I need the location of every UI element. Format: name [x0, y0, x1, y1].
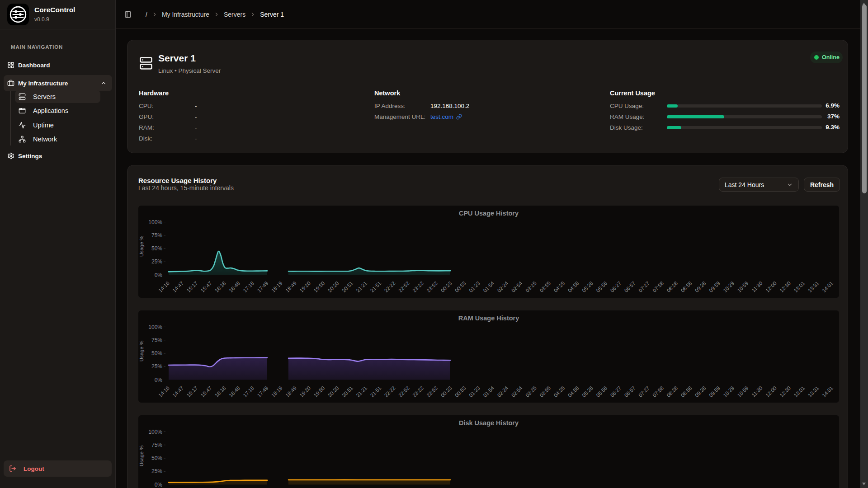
svg-text:04:25: 04:25 [553, 385, 566, 398]
svg-text:03:25: 03:25 [524, 385, 538, 398]
svg-text:13:31: 13:31 [807, 280, 820, 293]
svg-text:01:54: 01:54 [482, 280, 495, 293]
svg-text:15:47: 15:47 [200, 280, 213, 293]
svg-text:09:59: 09:59 [708, 385, 721, 398]
svg-text:03:25: 03:25 [524, 280, 538, 293]
svg-text:23:52: 23:52 [425, 280, 439, 293]
svg-text:21:51: 21:51 [369, 385, 382, 398]
svg-text:Usage %: Usage % [139, 236, 144, 257]
svg-text:12:00: 12:00 [764, 280, 778, 293]
svg-text:17:49: 17:49 [256, 280, 269, 293]
svg-text:21:21: 21:21 [355, 385, 368, 398]
svg-text:17:18: 17:18 [242, 385, 255, 398]
svg-text:Usage %: Usage % [139, 341, 144, 362]
svg-text:16:18: 16:18 [214, 385, 227, 398]
svg-text:03:55: 03:55 [538, 385, 552, 398]
svg-text:50%: 50% [151, 245, 162, 252]
svg-text:12:30: 12:30 [778, 385, 792, 398]
svg-text:00:23: 00:23 [440, 385, 453, 398]
svg-text:06:27: 06:27 [609, 280, 623, 293]
svg-text:22:22: 22:22 [383, 385, 396, 398]
svg-text:25%: 25% [151, 363, 162, 370]
svg-text:14:16: 14:16 [157, 280, 170, 293]
svg-text:0%: 0% [155, 272, 163, 278]
svg-text:100%: 100% [148, 219, 162, 225]
svg-text:20:51: 20:51 [341, 385, 354, 398]
svg-text:22:52: 22:52 [397, 385, 410, 398]
svg-text:22:52: 22:52 [397, 280, 410, 293]
svg-text:10:29: 10:29 [722, 385, 735, 398]
svg-text:100%: 100% [148, 429, 162, 435]
svg-text:04:56: 04:56 [567, 385, 580, 398]
svg-text:13:01: 13:01 [793, 280, 806, 293]
svg-text:23:52: 23:52 [425, 385, 439, 398]
svg-text:23:22: 23:22 [411, 280, 425, 293]
svg-text:18:19: 18:19 [270, 280, 283, 293]
svg-text:11:30: 11:30 [750, 385, 763, 398]
svg-text:14:16: 14:16 [157, 385, 170, 398]
svg-text:11:30: 11:30 [750, 280, 763, 293]
svg-text:25%: 25% [151, 258, 162, 265]
svg-text:06:57: 06:57 [623, 280, 637, 293]
svg-text:17:49: 17:49 [256, 385, 269, 398]
svg-text:100%: 100% [148, 324, 162, 330]
svg-text:00:53: 00:53 [454, 280, 467, 293]
svg-text:Usage %: Usage % [139, 446, 144, 467]
svg-text:18:19: 18:19 [270, 385, 283, 398]
svg-text:10:59: 10:59 [736, 385, 750, 398]
svg-text:04:56: 04:56 [567, 280, 580, 293]
svg-text:07:27: 07:27 [637, 385, 651, 398]
svg-text:04:25: 04:25 [553, 280, 566, 293]
svg-text:RAM Usage History: RAM Usage History [458, 314, 519, 322]
svg-text:13:01: 13:01 [793, 385, 806, 398]
svg-text:14:47: 14:47 [171, 280, 184, 293]
svg-text:18:49: 18:49 [284, 280, 297, 293]
svg-text:07:58: 07:58 [651, 385, 665, 398]
svg-text:09:28: 09:28 [694, 280, 707, 293]
svg-text:16:48: 16:48 [228, 280, 241, 293]
svg-text:50%: 50% [151, 455, 162, 461]
svg-text:12:00: 12:00 [764, 385, 778, 398]
svg-text:09:59: 09:59 [708, 280, 721, 293]
svg-text:14:47: 14:47 [171, 385, 184, 398]
svg-text:05:26: 05:26 [581, 280, 594, 293]
svg-text:08:58: 08:58 [680, 280, 693, 293]
svg-text:19:50: 19:50 [313, 385, 326, 398]
svg-text:08:28: 08:28 [665, 385, 679, 398]
svg-text:18:49: 18:49 [284, 385, 297, 398]
svg-text:17:18: 17:18 [242, 280, 255, 293]
svg-text:CPU Usage History: CPU Usage History [459, 210, 519, 217]
svg-text:05:56: 05:56 [595, 280, 608, 293]
svg-text:03:55: 03:55 [538, 280, 552, 293]
svg-text:00:23: 00:23 [440, 280, 453, 293]
svg-text:25%: 25% [151, 468, 162, 474]
svg-text:15:17: 15:17 [186, 385, 199, 398]
svg-text:02:24: 02:24 [496, 280, 509, 293]
svg-text:14:01: 14:01 [821, 280, 834, 293]
svg-text:19:20: 19:20 [298, 385, 311, 398]
svg-text:09:28: 09:28 [694, 385, 707, 398]
svg-text:12:30: 12:30 [778, 280, 792, 293]
svg-text:02:54: 02:54 [510, 385, 524, 398]
svg-text:50%: 50% [151, 350, 162, 357]
svg-text:Disk Usage History: Disk Usage History [459, 419, 519, 427]
svg-text:01:23: 01:23 [468, 385, 481, 398]
svg-text:19:50: 19:50 [313, 280, 326, 293]
svg-text:07:27: 07:27 [637, 280, 651, 293]
svg-text:01:54: 01:54 [482, 385, 495, 398]
svg-text:15:17: 15:17 [186, 280, 199, 293]
svg-text:07:58: 07:58 [651, 280, 665, 293]
svg-text:20:20: 20:20 [327, 385, 340, 398]
svg-text:75%: 75% [151, 337, 162, 343]
svg-text:16:18: 16:18 [214, 280, 227, 293]
svg-text:0%: 0% [155, 482, 163, 488]
svg-text:15:47: 15:47 [200, 385, 213, 398]
svg-text:06:27: 06:27 [609, 385, 623, 398]
svg-text:05:56: 05:56 [595, 385, 608, 398]
svg-text:75%: 75% [151, 442, 162, 448]
svg-text:0%: 0% [155, 377, 163, 383]
svg-text:05:26: 05:26 [581, 385, 594, 398]
svg-text:20:20: 20:20 [327, 280, 340, 293]
svg-text:21:21: 21:21 [355, 280, 368, 293]
svg-text:10:29: 10:29 [722, 280, 735, 293]
